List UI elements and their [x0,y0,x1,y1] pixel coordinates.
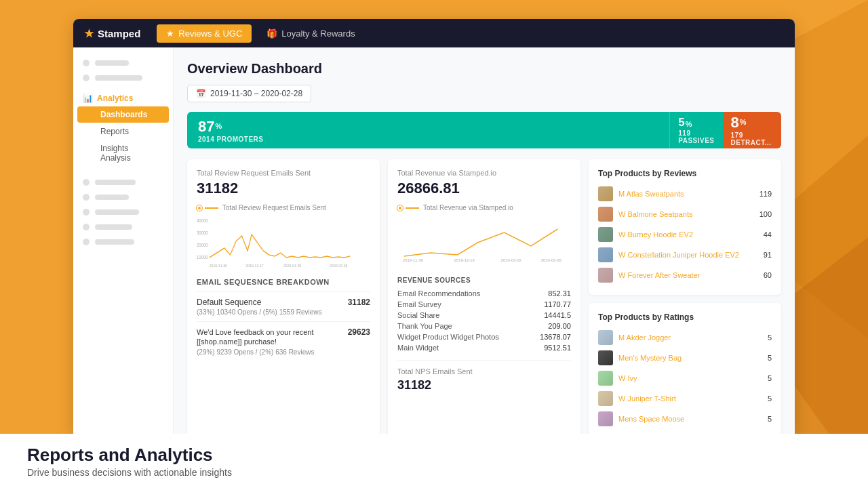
right-panel: Top Products by Reviews M Atlas Sweatpan… [589,159,781,438]
revenue-divider [397,360,571,361]
product-thumb-4 [598,268,613,283]
revenue-total: 26866.81 [397,180,571,197]
product-rating-4: Mens Space Moose 5 [598,409,772,429]
sidebar-dot-7 [83,239,90,245]
date-picker[interactable]: 📅 2019-11-30 – 2020-02-28 [187,85,311,102]
revenue-chart-legend-text: Total Revenue via Stamped.io [423,204,513,211]
detractors-label: 179 DETRACT... [731,131,773,146]
sidebar-item-dashboards[interactable]: Dashboards [77,106,169,123]
revenue-source-1: Email Survey 1170.77 [397,299,571,310]
nps-passives: 5 % 119 PASSIVES [669,112,722,148]
revenue-chart-legend-line [406,207,419,209]
product-rating-thumb-4 [598,411,613,426]
passives-score: 5 [678,116,684,129]
top-products-reviews-list: M Atlas Sweatpants 119 W Balmone Seatpan… [598,184,772,285]
email-total-count: 31182 [197,180,370,197]
email-row-0-name: Default Sequence [197,298,261,307]
email-row-1-count: 29623 [348,327,370,347]
revenue-source-0: Email Recommendations 852.31 [397,288,571,299]
nps-emails-count: 31182 [397,378,571,392]
sidebar-dot-3 [83,179,90,186]
product-review-1-name: W Balmone Seatpants [618,210,754,218]
loyalty-tab-label: Loyalty & Rewards [281,28,355,39]
svg-text:2020-02-28: 2020-02-28 [330,264,347,268]
passives-label: 119 PASSIVES [678,129,714,144]
promoters-score: 87 [198,118,214,136]
product-rating-3-count: 5 [768,394,772,403]
email-row-0: Default Sequence 31182 (33%) 10340 Opens… [197,291,370,321]
revenue-source-2-amount: 14441.5 [544,311,571,319]
sidebar-placeholder-5 [73,205,173,220]
bottom-title: Reports and Analytics [27,445,232,466]
revenue-card: Total Revenue via Stamped.io 26866.81 To… [388,159,580,438]
product-rating-4-name: Mens Space Moose [618,415,762,423]
email-row-1-sub: (29%) 9239 Opens / (2%) 636 Reviews [197,348,370,356]
top-products-ratings-title: Top Products by Ratings [598,312,772,322]
sidebar-placeholder-1 [73,56,173,70]
top-products-reviews-title: Top Products by Reviews [598,169,772,178]
reviews-tab-label: Reviews & UGC [178,28,242,39]
sidebar-item-insights[interactable]: Insights Analysis [77,140,169,166]
product-thumb-2 [598,227,613,242]
revenue-source-0-label: Email Recommendations [397,289,480,298]
revenue-source-0-amount: 852.31 [548,289,571,298]
bottom-subtitle: Drive business decisions with actionable… [27,467,232,478]
product-rating-0: M Akder Jogger 5 [598,327,772,348]
svg-text:2019-12-17: 2019-12-17 [246,264,264,268]
tab-reviews[interactable]: ★ Reviews & UGC [157,24,252,43]
top-products-ratings-card: Top Products by Ratings M Akder Jogger 5… [589,303,781,438]
tab-loyalty[interactable]: 🎁 Loyalty & Rewards [257,24,364,43]
sidebar-line-3 [95,180,136,185]
revenue-source-5-label: Main Widget [397,344,439,352]
revenue-source-5: Main Widget 9512.51 [397,342,571,353]
product-review-2-count: 44 [764,230,772,239]
page-title: Overview Dashboard [187,61,781,77]
nps-detractors: 8 % 179 DETRACT... [723,112,781,148]
product-thumb-3 [598,247,613,262]
sidebar-analytics-header: 📊 Analytics [73,91,173,106]
logo: ★ Stamped [84,27,140,40]
sidebar-line-6 [95,224,132,230]
logo-star-icon: ★ [84,27,94,40]
revenue-source-4: Widget Product Widget Photos 13678.07 [397,331,571,342]
analytics-label: Analytics [97,94,133,103]
revenue-source-4-label: Widget Product Widget Photos [397,333,499,341]
product-rating-2-name: W Ivy [618,374,762,382]
dashboard-grid: Total Review Request Emails Sent 31182 T… [187,159,781,438]
sidebar-dot-2 [83,75,90,81]
sidebar-placeholder-3 [73,175,173,190]
product-review-4: W Forever After Sweater 60 [598,265,772,285]
analytics-icon: 📊 [83,94,93,103]
email-row-0-sub: (33%) 10340 Opens / (5%) 1559 Reviews [197,308,370,316]
product-rating-thumb-1 [598,350,613,365]
sidebar-dot-1 [83,60,90,66]
product-rating-2: W Ivy 5 [598,368,772,388]
nps-bar: 87 % 2014 PROMOTERS 5 % 119 PASSIVES [187,112,781,148]
detractors-score: 8 [731,114,739,131]
product-rating-3-name: W Juniper T-Shirt [618,394,762,403]
product-review-2-name: W Burney Hoodie EV2 [618,230,758,239]
product-rating-0-count: 5 [768,333,772,342]
sidebar-line-2 [95,75,142,81]
product-rating-1: Men's Mystery Bag 5 [598,348,772,368]
email-chart-legend-line [205,207,218,209]
date-range-text: 2019-11-30 – 2020-02-28 [210,89,302,98]
sidebar-dot-4 [83,194,90,201]
nps-emails-title: Total NPS Emails Sent [397,367,571,375]
email-row-0-count: 31182 [348,298,370,307]
sidebar-item-reports[interactable]: Reports [77,123,169,140]
product-thumb-1 [598,207,613,222]
email-card: Total Review Request Emails Sent 31182 T… [187,159,380,438]
sidebar-line-5 [95,209,139,215]
svg-text:20000: 20000 [197,243,208,248]
product-rating-2-count: 5 [768,374,772,382]
passives-superscript: % [686,120,692,128]
product-rating-3: W Juniper T-Shirt 5 [598,388,772,409]
svg-text:2019-11-30: 2019-11-30 [210,264,227,268]
revenue-source-1-amount: 1170.77 [544,300,571,308]
revenue-chart-legend-dot [397,205,403,211]
revenue-sources-list: Email Recommendations 852.31 Email Surve… [397,288,571,353]
revenue-sources-title: REVENUE SOURCES [397,277,571,284]
email-row-1: We'd Love feedback on your recent [[shop… [197,321,370,361]
email-chart-legend-text: Total Review Request Emails Sent [222,204,326,211]
